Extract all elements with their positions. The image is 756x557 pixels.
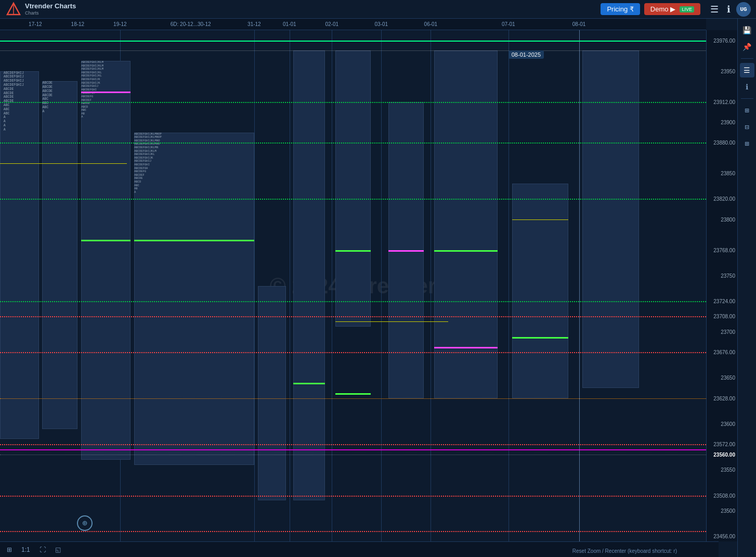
poc-07-01 (512, 337, 569, 339)
price-23950: 23950 (721, 68, 735, 74)
date-tooltip: 08-01-2025 (509, 50, 544, 59)
time-label-6: 01-01 (283, 21, 296, 27)
menu-icon-button[interactable]: ☰ (708, 3, 721, 16)
vline-01-01 (290, 30, 290, 541)
bar-19-12 (81, 61, 131, 460)
fullscreen-button[interactable]: ⛶ (37, 545, 48, 554)
time-label-3: 19-12 (113, 21, 127, 27)
bar-01-01 (293, 50, 325, 500)
price-23456: 23456.00 (713, 534, 735, 539)
price-23900: 23900 (721, 119, 735, 125)
price-23600: 23600 (721, 421, 735, 426)
vtrender-logo (5, 1, 22, 18)
table-icon[interactable]: ⊞ (740, 136, 754, 151)
price-23976: 23976.00 (713, 37, 735, 43)
time-axis: 17-12 18-12 19-12 6D: 20-12...30-12 31-1… (0, 19, 706, 30)
vline-31-12 (254, 30, 255, 541)
poc-01-01 (335, 250, 371, 252)
profile-18-12: ABCDE ABCDE ABCDE ABCDE ABC ABC ABC A (42, 81, 53, 113)
price-23550: 23550 (721, 467, 735, 473)
save-icon[interactable]: 💾 (740, 23, 754, 37)
app-subtitle: Charts (25, 10, 76, 16)
poc2-02-01 (388, 250, 424, 252)
list-icon[interactable]: ☰ (740, 63, 754, 77)
price-23572: 23572.00 (713, 442, 735, 447)
bar-07-01 (512, 184, 569, 398)
poc-31-12 (293, 383, 325, 384)
app-title: Vtrender Charts (25, 3, 76, 10)
sidebar-divider-2 (741, 98, 753, 99)
price-23676: 23676.00 (713, 349, 735, 355)
bar-02-01 (335, 50, 371, 327)
poc2-19-12 (81, 92, 131, 93)
price-23912: 23912.00 (713, 99, 735, 105)
chart-canvas[interactable]: © 2024 Vtrender 08-01-2025 (0, 30, 706, 541)
user-avatar[interactable]: UG (736, 2, 751, 17)
vline-02-01 (332, 30, 332, 541)
price-axis: 23976.00 23950 23912.00 23900 23880.00 2… (706, 30, 737, 541)
time-label-9: 06-01 (424, 21, 438, 27)
profile-6d: ABCDEFGHIJKLMNOP ABCDEFGHIJKLMNOP ABCDEF… (134, 133, 162, 195)
crosshair-icon[interactable]: ⊕ (77, 515, 93, 531)
yline-2 (335, 321, 448, 322)
time-label-11: 08-01 (572, 21, 586, 27)
bar-06-01 (434, 50, 498, 398)
price-23750: 23750 (721, 273, 735, 278)
price-23700: 23700 (721, 329, 735, 334)
price-23880: 23880.00 (713, 140, 735, 146)
bottom-toolbar: ⊞ 1:1 ⛶ ◱ Reset Zoom / Recenter (keyboar… (0, 541, 719, 557)
chart-area: 17-12 18-12 19-12 6D: 20-12...30-12 31-1… (0, 19, 737, 557)
profile-17-12: ABCDEFGHIJ ABCDEFGHIJ ABCDEFGHIJ ABCDEFG… (4, 71, 24, 132)
price-23708: 23708.00 (713, 314, 735, 319)
price-23768: 23768.00 (713, 247, 735, 253)
grid-toggle-button[interactable]: ⊞ (4, 545, 15, 554)
demo-play-icon: ▶ (670, 5, 675, 13)
pin-icon[interactable]: 📌 (740, 40, 754, 54)
time-label-8: 03-01 (375, 21, 388, 27)
reset-zoom-label: Reset Zoom / Recenter (keyboard shortcut… (572, 548, 677, 554)
cursor-vline (579, 30, 580, 541)
bar-18-12 (42, 81, 77, 429)
grid-icon[interactable]: ⊞ (740, 103, 754, 118)
demo-label: Demo (650, 5, 669, 13)
yline-3 (512, 219, 569, 220)
price-23850: 23850 (721, 171, 735, 176)
sidebar-divider-1 (741, 58, 753, 59)
price-23508: 23508.00 (713, 493, 735, 498)
time-label-10: 07-01 (502, 21, 515, 27)
price-23820: 23820.00 (713, 196, 735, 202)
price-23628: 23628.00 (713, 395, 735, 401)
vline-07-01 (509, 30, 509, 541)
demo-button[interactable]: Demo ▶ LIVE (644, 3, 700, 15)
layout-button[interactable]: ◱ (53, 545, 63, 554)
bar-31-12 (258, 286, 286, 501)
current-price-line (0, 41, 706, 42)
navbar: Vtrender Charts Charts Pricing ₹ Demo ▶ … (0, 0, 756, 19)
layout-icon[interactable]: ⊟ (740, 120, 754, 134)
poc-6d (134, 240, 254, 241)
poc2-06-01 (434, 347, 498, 348)
time-label-2: 18-12 (71, 21, 85, 27)
time-label-5: 31-12 (247, 21, 261, 27)
price-23650: 23650 (721, 375, 735, 381)
bar-08-01 (582, 50, 639, 388)
time-label-7: 02-01 (325, 21, 338, 27)
poc-01-01b (335, 393, 371, 395)
price-23724: 23724.00 (713, 298, 735, 304)
info-icon-button[interactable]: ℹ (724, 3, 733, 16)
cursor-hline (0, 50, 706, 51)
price-23500: 23500 (721, 508, 735, 514)
bottom-red-line (0, 531, 706, 532)
live-badge: LIVE (680, 6, 694, 12)
ratio-button[interactable]: 1:1 (19, 545, 33, 554)
pricing-button[interactable]: Pricing ₹ (601, 3, 640, 15)
vline-03-01 (381, 30, 382, 541)
logo-area: Vtrender Charts Charts (5, 1, 76, 18)
info-sidebar-icon[interactable]: ℹ (740, 80, 754, 94)
price-23560: 23560.00 (713, 451, 735, 457)
profile-19-12: ABCDEFGHIJKLM ABCDEFGHIJKLM ABCDEFGHIJKL… (81, 61, 103, 119)
time-label-4: 6D: 20-12...30-12 (171, 21, 211, 27)
time-label-1: 17-12 (29, 21, 42, 27)
poc-19-12 (81, 240, 131, 241)
line-23508 (0, 496, 706, 497)
